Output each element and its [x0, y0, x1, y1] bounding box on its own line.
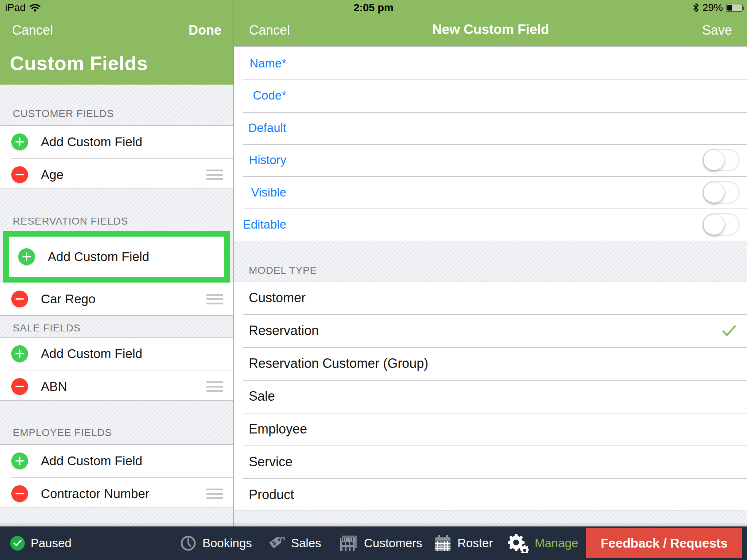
calendar-icon	[434, 534, 452, 552]
model-option-customer[interactable]: Customer	[249, 290, 306, 306]
add-custom-field-label: Add Custom Field	[41, 454, 142, 468]
model-type-group: Customer Reservation Reservation Custome…	[234, 281, 747, 510]
form-fields-group: Name* Code* Default History Visible Edit…	[234, 47, 747, 241]
add-custom-field-row-customer[interactable]: Add Custom Field	[0, 126, 233, 158]
add-custom-field-row-sale[interactable]: Add Custom Field	[0, 338, 233, 370]
highlighted-add-custom-field[interactable]: Add Custom Field	[3, 231, 230, 283]
checkmark-icon	[722, 325, 736, 336]
row-divider	[243, 413, 747, 413]
tab-bar-shadow	[0, 522, 747, 526]
left-list: CUSTOMER FIELDS Add Custom Field Age RES…	[0, 85, 233, 526]
add-icon[interactable]	[11, 133, 28, 150]
tab-roster-label: Roster	[457, 536, 493, 550]
toggle-knob	[704, 214, 724, 235]
field-name-label: Contractor Number	[41, 486, 150, 501]
history-toggle[interactable]	[703, 149, 740, 171]
row-divider	[243, 347, 747, 348]
field-name-label: ABN	[41, 379, 67, 394]
panel-divider	[233, 0, 234, 526]
drag-handle-icon[interactable]	[206, 381, 223, 394]
row-divider	[243, 314, 747, 315]
field-name-label: Car Rego	[41, 292, 96, 306]
tab-manage-label: Manage	[535, 536, 578, 550]
drag-handle-icon[interactable]	[206, 170, 223, 183]
tab-bar: Paused Bookings $ Sales	[0, 526, 747, 560]
add-custom-field-label: Add Custom Field	[41, 346, 142, 361]
default-field[interactable]: Default	[234, 121, 286, 135]
model-option-sale[interactable]: Sale	[249, 389, 275, 404]
cancel-button[interactable]: Cancel	[12, 23, 53, 38]
tab-sales[interactable]: $ Sales	[266, 526, 321, 560]
visible-toggle[interactable]	[703, 181, 740, 204]
remove-icon[interactable]	[11, 166, 28, 183]
battery-icon	[726, 4, 743, 12]
paused-label: Paused	[31, 536, 71, 550]
clock-time: 2:05 pm	[0, 2, 747, 14]
model-option-product[interactable]: Product	[249, 487, 294, 502]
toggle-knob	[704, 182, 724, 203]
row-divider	[243, 144, 747, 145]
reservation-fields-group: Car Rego	[0, 283, 233, 316]
section-header-reservation-fields: RESERVATION FIELDS	[13, 215, 128, 227]
row-divider	[243, 478, 747, 479]
drag-handle-icon[interactable]	[206, 294, 223, 307]
section-header-model-type: MODEL TYPE	[249, 265, 317, 276]
tab-customers[interactable]: Customers	[338, 526, 422, 560]
row-divider	[243, 112, 747, 113]
tab-bookings-label: Bookings	[202, 536, 252, 550]
field-row-abn[interactable]: ABN	[0, 370, 233, 402]
row-divider	[243, 209, 747, 209]
gear-icon	[508, 533, 529, 553]
add-icon[interactable]	[18, 248, 35, 265]
tab-roster[interactable]: Roster	[434, 526, 493, 560]
toggle-knob	[704, 150, 724, 170]
add-custom-field-row-employee[interactable]: Add Custom Field	[0, 445, 233, 477]
model-option-service[interactable]: Service	[249, 454, 293, 470]
model-option-reservation[interactable]: Reservation	[249, 323, 319, 338]
add-custom-field-label: Add Custom Field	[41, 135, 142, 149]
remove-icon[interactable]	[11, 291, 28, 307]
drag-handle-icon[interactable]	[206, 489, 223, 502]
model-option-employee[interactable]: Employee	[249, 421, 307, 437]
name-field[interactable]: Name*	[234, 57, 286, 70]
editable-field-label: Editable	[234, 218, 286, 232]
code-field[interactable]: Code*	[234, 89, 286, 102]
row-divider	[243, 380, 747, 381]
form-title: New Custom Field	[234, 22, 747, 37]
tab-manage[interactable]: Manage	[508, 526, 578, 560]
feedback-requests-button[interactable]: Feedback / Requests	[586, 528, 742, 558]
form-area: Name* Code* Default History Visible Edit…	[234, 47, 747, 526]
tab-sales-label: Sales	[291, 536, 321, 550]
pause-status[interactable]: Paused	[10, 526, 71, 560]
add-custom-field-label: Add Custom Field	[48, 249, 149, 264]
storefront-icon	[338, 535, 358, 552]
section-header-sale-fields: SALE FIELDS	[13, 322, 81, 334]
row-divider	[243, 79, 747, 80]
tab-bookings[interactable]: Bookings	[180, 526, 252, 560]
field-row-car-rego[interactable]: Car Rego	[0, 283, 233, 315]
field-name-label: Age	[41, 167, 63, 182]
add-icon[interactable]	[11, 452, 28, 469]
new-custom-field-panel: Cancel New Custom Field Save Name* Code*…	[234, 0, 747, 526]
row-divider	[243, 176, 747, 177]
price-tag-icon: $	[266, 534, 285, 552]
add-icon[interactable]	[11, 345, 28, 362]
row-divider	[243, 446, 747, 446]
field-row-age[interactable]: Age	[0, 159, 233, 191]
visible-field-label: Visible	[234, 186, 286, 199]
field-row-contractor-number[interactable]: Contractor Number	[0, 478, 233, 510]
add-custom-field-row-reservation[interactable]: Add Custom Field	[7, 241, 224, 273]
employee-fields-group: Add Custom Field Contractor Number	[0, 444, 233, 508]
remove-icon[interactable]	[11, 378, 28, 395]
page-title: Custom Fields	[10, 52, 148, 74]
tab-customers-label: Customers	[364, 536, 422, 550]
done-button[interactable]: Done	[189, 23, 221, 38]
paused-check-icon	[10, 536, 25, 551]
save-button[interactable]: Save	[702, 23, 732, 38]
customer-fields-group: Add Custom Field Age	[0, 125, 233, 189]
bluetooth-icon	[692, 3, 700, 13]
model-option-reservation-customer-group[interactable]: Reservation Customer (Group)	[249, 356, 428, 371]
history-field-label: History	[234, 153, 286, 167]
editable-toggle[interactable]	[703, 213, 740, 236]
remove-icon[interactable]	[11, 485, 28, 502]
